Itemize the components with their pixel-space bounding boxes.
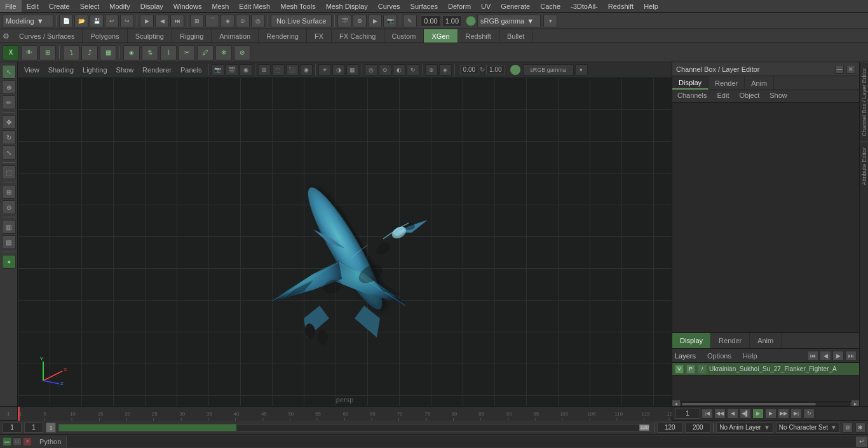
tl-play-back-btn[interactable]: ◀▌ — [740, 409, 751, 419]
anim-layer-dropdown[interactable]: No Anim Layer ▼ — [716, 423, 773, 433]
layer-prev-btn[interactable]: ◀ — [820, 351, 831, 361]
char-set-extra-btn[interactable]: ✱ — [855, 423, 865, 433]
tab-redshift[interactable]: Redshift — [458, 29, 499, 43]
tl-prev-btn[interactable]: ◀ — [727, 409, 738, 419]
layer2-btn[interactable]: ▤ — [2, 235, 16, 249]
layer-menu-options[interactable]: Options — [702, 351, 736, 361]
open-scene-btn[interactable]: 📂 — [74, 15, 88, 27]
tab-rigging[interactable]: Rigging — [172, 29, 212, 43]
layer-next-next-btn[interactable]: ⏭ — [845, 351, 857, 361]
select-tool-btn[interactable]: ↖ — [2, 65, 16, 79]
xgen-eye-btn[interactable]: 👁 — [21, 45, 37, 60]
menu-file[interactable]: File — [0, 0, 22, 12]
menu-mesh-display[interactable]: Mesh Display — [321, 0, 373, 12]
ch-menu-channels[interactable]: Channels — [672, 90, 712, 102]
max-frame-input[interactable] — [685, 423, 710, 433]
paint-btn[interactable]: ✏ — [2, 95, 16, 109]
vp-menu-shading[interactable]: Shading — [44, 65, 78, 75]
current-frame-display[interactable]: 1 — [675, 409, 700, 419]
char-set-settings-btn[interactable]: ⚙ — [843, 423, 853, 433]
render-cam-btn[interactable]: 📷 — [383, 15, 397, 27]
layer-tab-render[interactable]: Render — [711, 333, 750, 348]
vp-grid-btn[interactable]: ⊞ — [258, 64, 271, 76]
tab-fx[interactable]: FX — [307, 29, 332, 43]
snap-view-btn[interactable]: ⊙ — [236, 15, 250, 27]
menu-mesh[interactable]: Mesh — [207, 0, 234, 12]
xgen-freeze-btn[interactable]: ❄ — [215, 45, 232, 60]
xgen-paint-btn[interactable]: 🖊 — [197, 45, 214, 60]
range-end-input[interactable] — [657, 423, 682, 433]
vp-ssao-btn[interactable]: ↻ — [407, 64, 419, 76]
range-track[interactable]: 120 — [58, 424, 651, 431]
grid-snap-btn[interactable]: ⊞ — [2, 185, 16, 199]
tab-sculpting[interactable]: Sculpting — [128, 29, 172, 43]
render-seq-btn[interactable]: ▶ — [368, 15, 382, 27]
vp-cam2-btn[interactable]: 🎬 — [226, 64, 238, 76]
undo-btn[interactable]: ↩ — [105, 15, 119, 27]
scale-btn[interactable]: ⤡ — [2, 146, 16, 160]
vp-menu-lighting[interactable]: Lighting — [79, 65, 111, 75]
vp-cam3-btn[interactable]: ◉ — [240, 64, 252, 76]
mode-settings-btn[interactable]: ⚙ — [0, 31, 11, 42]
redo-btn[interactable]: ↪ — [120, 15, 134, 27]
move-btn[interactable]: ✤ — [2, 115, 16, 129]
render-settings-btn[interactable]: ⚙ — [353, 15, 367, 27]
marquee-btn[interactable]: ⬚ — [2, 165, 16, 179]
xgen-preview-btn[interactable]: ▦ — [100, 45, 116, 60]
vp-cam-btn[interactable]: 📷 — [212, 64, 224, 76]
menu-display[interactable]: Display — [135, 0, 168, 12]
menu-windows[interactable]: Windows — [168, 0, 207, 12]
tab-custom[interactable]: Custom — [384, 29, 424, 43]
frame-current-input[interactable] — [24, 423, 43, 433]
menu-edit[interactable]: Edit — [22, 0, 44, 12]
tl-prev-key-btn[interactable]: ◀◀ — [714, 409, 726, 419]
vp-gamma-btn[interactable]: sRGB gamma — [523, 64, 574, 76]
menu-modify[interactable]: Modify — [104, 0, 135, 12]
tl-loop-btn[interactable]: ↻ — [803, 409, 815, 419]
xgen-cut-btn[interactable]: ✂ — [179, 45, 195, 60]
cb-close-btn[interactable]: ✕ — [846, 65, 855, 74]
snap-grid-btn[interactable]: ⊞ — [190, 15, 204, 27]
snap-curve-btn[interactable]: ⌒ — [205, 15, 219, 27]
menu-cache[interactable]: Cache — [535, 0, 566, 12]
vp-light-btn[interactable]: ☀ — [318, 64, 331, 76]
rotate-btn[interactable]: ↻ — [2, 130, 16, 144]
layer-vp-btn-1[interactable]: V — [675, 365, 684, 374]
menu-deform[interactable]: Deform — [443, 0, 476, 12]
viewport-canvas[interactable]: X Y Z persp — [18, 78, 672, 406]
win-maximize-btn[interactable]: □ — [13, 437, 22, 446]
vp-snap-btn[interactable]: ⊕ — [425, 64, 438, 76]
ch-menu-edit[interactable]: Edit — [712, 90, 734, 102]
xgen-density-btn[interactable]: ⤴ — [81, 45, 98, 60]
menu-generate[interactable]: Generate — [496, 0, 535, 12]
tl-next-key-btn[interactable]: ▶▶ — [778, 409, 789, 419]
xgen-mask-btn[interactable]: ◈ — [123, 45, 140, 60]
win-minimize-btn[interactable]: ▬ — [3, 437, 11, 446]
timeline-numbers[interactable]: 1 5 10 15 20 25 30 35 40 45 — [18, 407, 672, 421]
live-surface-btn[interactable]: No Live Surface — [271, 15, 332, 27]
tab-bullet[interactable]: Bullet — [499, 29, 533, 43]
vp-shadow-btn[interactable]: ◑ — [332, 64, 345, 76]
save-scene-btn[interactable]: 💾 — [90, 15, 104, 27]
gamma-dropdown[interactable]: sRGB gamma ▼ — [477, 15, 541, 27]
cb-minimize-btn[interactable]: — — [835, 65, 844, 74]
scroll-right-btn[interactable]: ▸ — [851, 400, 859, 407]
range-end-marker[interactable]: 120 — [639, 424, 649, 431]
xgen-extra1[interactable]: ⊘ — [234, 45, 250, 60]
python-input[interactable] — [66, 436, 855, 447]
layer-row-1[interactable]: V P / Ukrainian_Sukhoi_Su_27_Flanker_Fig… — [672, 363, 859, 376]
tab-render[interactable]: Render — [709, 76, 745, 90]
xgen-groom-btn[interactable]: ⇅ — [142, 45, 158, 60]
tl-end-btn[interactable]: ▶| — [790, 409, 802, 419]
layer-tab-anim[interactable]: Anim — [750, 333, 782, 348]
side-tab-attr-editor[interactable]: Attribute Editor — [860, 142, 868, 191]
tab-polygons[interactable]: Polygons — [83, 29, 127, 43]
new-scene-btn[interactable]: 📄 — [59, 15, 73, 27]
vp-texture-btn[interactable]: ▦ — [346, 64, 359, 76]
view-btn[interactable]: ⊙ — [2, 200, 16, 214]
layer-tab-display[interactable]: Display — [672, 333, 711, 348]
win-close-btn[interactable]: ✕ — [23, 437, 32, 446]
menu-curves[interactable]: Curves — [373, 0, 405, 12]
vp-wireframe-btn[interactable]: ⬚ — [272, 64, 285, 76]
vp-aa-btn[interactable]: ◎ — [365, 64, 377, 76]
